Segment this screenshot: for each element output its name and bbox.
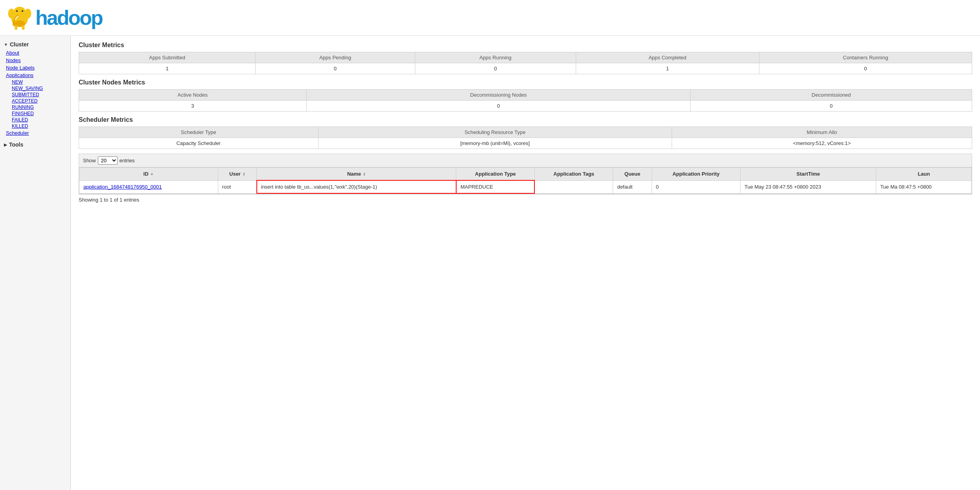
page: hadoop ▼ Cluster About Nodes Node Labels… bbox=[0, 0, 980, 490]
col-apps-running: Apps Running bbox=[415, 52, 576, 63]
sidebar-link-new[interactable]: NEW bbox=[8, 79, 70, 85]
svg-point-1 bbox=[14, 7, 26, 18]
user-sort-icon: ⇕ bbox=[242, 172, 245, 176]
th-application-tags: Application Tags bbox=[534, 168, 613, 181]
th-user[interactable]: User ⇕ bbox=[218, 168, 256, 181]
sidebar-link-submitted[interactable]: SUBMITTED bbox=[8, 92, 70, 98]
sidebar-link-nodelabels[interactable]: Node Labels bbox=[0, 64, 70, 72]
sidebar-link-new-saving[interactable]: NEW_SAVING bbox=[8, 85, 70, 92]
svg-point-3 bbox=[25, 9, 31, 18]
th-id[interactable]: ID ▼ bbox=[79, 168, 218, 181]
app-id-link[interactable]: application_1684748176950_0001 bbox=[83, 184, 162, 190]
cluster-section-header[interactable]: ▼ Cluster bbox=[0, 40, 70, 49]
cluster-arrow-icon: ▼ bbox=[4, 42, 8, 47]
sidebar-link-running[interactable]: RUNNING bbox=[8, 104, 70, 110]
sidebar-link-applications[interactable]: Applications bbox=[0, 72, 70, 79]
content: Cluster Metrics Apps Submitted Apps Pend… bbox=[71, 36, 980, 490]
cluster-label: Cluster bbox=[10, 41, 29, 48]
val-scheduling-resource: [memory-mb (unit=Mi), vcores] bbox=[318, 138, 672, 149]
tools-arrow-icon: ▶ bbox=[4, 143, 7, 147]
svg-rect-7 bbox=[15, 26, 17, 30]
th-name[interactable]: Name ⇕ bbox=[257, 168, 456, 181]
tools-section: ▶ Tools bbox=[0, 140, 70, 149]
applications-table: ID ▼ User ⇕ Name ⇕ bbox=[79, 167, 972, 194]
id-sort-icon: ▼ bbox=[150, 172, 154, 176]
table-footer: Showing 1 to 1 of 1 entries bbox=[79, 194, 972, 206]
val-decommissioned: 0 bbox=[691, 101, 972, 112]
val-apps-pending: 0 bbox=[255, 63, 415, 74]
val-apps-completed: 1 bbox=[576, 63, 759, 74]
svg-point-5 bbox=[22, 10, 23, 12]
col-scheduler-type: Scheduler Type bbox=[79, 127, 319, 138]
sidebar-link-finished[interactable]: FINISHED bbox=[8, 110, 70, 117]
cluster-nodes-table: Active Nodes Decommissioning Nodes Decom… bbox=[79, 89, 972, 112]
cell-application-type: MAPREDUCE bbox=[456, 180, 534, 193]
sidebar-link-killed[interactable]: KILLED bbox=[8, 123, 70, 129]
scheduler-metrics-title: Scheduler Metrics bbox=[79, 116, 972, 123]
cell-priority: 0 bbox=[652, 180, 740, 193]
main-layout: ▼ Cluster About Nodes Node Labels Applic… bbox=[0, 36, 980, 490]
sidebar-link-failed[interactable]: FAILED bbox=[8, 117, 70, 123]
logo: hadoop bbox=[6, 4, 974, 31]
th-priority: Application Priority bbox=[652, 168, 740, 181]
header: hadoop bbox=[0, 0, 980, 36]
sidebar-link-accepted[interactable]: ACCEPTED bbox=[8, 98, 70, 104]
tools-label: Tools bbox=[9, 141, 23, 148]
applications-table-wrapper: ID ▼ User ⇕ Name ⇕ bbox=[79, 167, 972, 194]
val-apps-running: 0 bbox=[415, 63, 576, 74]
name-sort-icon: ⇕ bbox=[363, 172, 366, 176]
entries-label: entries bbox=[120, 158, 135, 163]
cluster-section: ▼ Cluster About Nodes Node Labels Applic… bbox=[0, 40, 70, 137]
cluster-nodes-title: Cluster Nodes Metrics bbox=[79, 79, 972, 86]
val-apps-submitted: 1 bbox=[79, 63, 256, 74]
cell-user: root bbox=[218, 180, 256, 193]
tools-section-header[interactable]: ▶ Tools bbox=[0, 140, 70, 149]
table-row: application_1684748176950_0001 root inse… bbox=[79, 180, 972, 193]
val-decommissioning-nodes: 0 bbox=[306, 101, 691, 112]
val-scheduler-type: Capacity Scheduler bbox=[79, 138, 319, 149]
cell-launchtime: Tue Ma 08:47:5 +0800 bbox=[876, 180, 972, 193]
col-min-alloc: Minimum Allo bbox=[672, 127, 972, 138]
svg-point-4 bbox=[16, 10, 18, 12]
val-containers-running: 0 bbox=[759, 63, 972, 74]
sidebar-link-about[interactable]: About bbox=[0, 49, 70, 57]
col-active-nodes: Active Nodes bbox=[79, 90, 307, 101]
cell-queue: default bbox=[613, 180, 652, 193]
th-application-type: Application Type bbox=[456, 168, 534, 181]
col-decommissioning-nodes: Decommissioning Nodes bbox=[306, 90, 691, 101]
th-queue: Queue bbox=[613, 168, 652, 181]
show-entries-control: Show 10 20 50 100 entries bbox=[79, 154, 972, 167]
elephant-icon bbox=[6, 4, 33, 31]
col-apps-pending: Apps Pending bbox=[255, 52, 415, 63]
cell-name: insert into table tb_us...values(1,"wxk"… bbox=[257, 180, 456, 193]
entries-select[interactable]: 10 20 50 100 bbox=[98, 156, 118, 165]
cell-id: application_1684748176950_0001 bbox=[79, 180, 218, 193]
cell-application-tags bbox=[534, 180, 613, 193]
col-containers-running: Containers Running bbox=[759, 52, 972, 63]
cluster-metrics-table: Apps Submitted Apps Pending Apps Running… bbox=[79, 52, 972, 74]
col-apps-submitted: Apps Submitted bbox=[79, 52, 256, 63]
cell-starttime: Tue May 23 08:47:55 +0800 2023 bbox=[740, 180, 876, 193]
app-sub-links: NEW NEW_SAVING SUBMITTED ACCEPTED RUNNIN… bbox=[0, 79, 70, 129]
logo-text: hadoop bbox=[35, 6, 102, 29]
col-decommissioned: Decommissioned bbox=[691, 90, 972, 101]
sidebar-link-scheduler[interactable]: Scheduler bbox=[0, 129, 70, 137]
scheduler-metrics-table: Scheduler Type Scheduling Resource Type … bbox=[79, 127, 972, 149]
val-active-nodes: 3 bbox=[79, 101, 307, 112]
show-label: Show bbox=[83, 158, 96, 163]
sidebar-link-nodes[interactable]: Nodes bbox=[0, 57, 70, 64]
cluster-metrics-title: Cluster Metrics bbox=[79, 42, 972, 49]
svg-point-2 bbox=[8, 9, 15, 18]
col-apps-completed: Apps Completed bbox=[576, 52, 759, 63]
sidebar: ▼ Cluster About Nodes Node Labels Applic… bbox=[0, 36, 71, 490]
val-min-alloc: <memory:512, vCores:1> bbox=[672, 138, 972, 149]
th-starttime: StartTime bbox=[740, 168, 876, 181]
th-launch: Laun bbox=[876, 168, 972, 181]
svg-rect-8 bbox=[22, 26, 25, 30]
col-scheduling-resource: Scheduling Resource Type bbox=[318, 127, 672, 138]
